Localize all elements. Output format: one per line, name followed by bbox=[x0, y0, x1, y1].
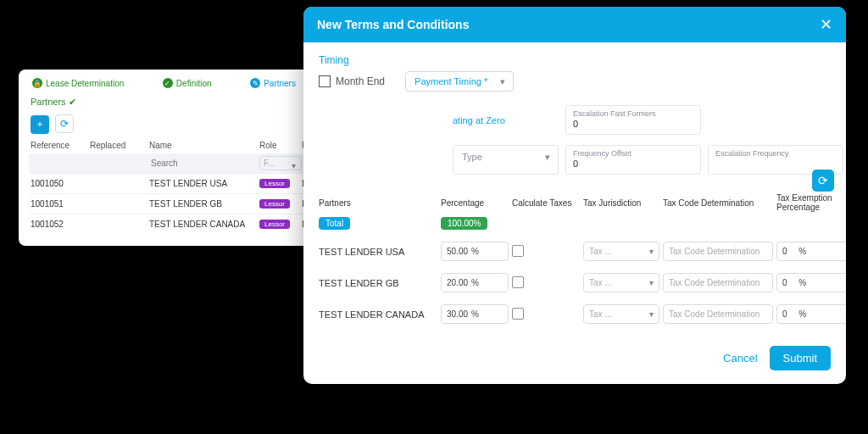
wiz-definition[interactable]: ✓Definition bbox=[163, 78, 212, 88]
dialog-header: New Terms and Conditions ✕ bbox=[303, 7, 846, 42]
tax-jurisdiction-select[interactable]: Tax ... bbox=[583, 242, 659, 261]
allocation-row: TEST LENDER GB 20.00% Tax ... Tax Code D… bbox=[319, 273, 831, 292]
tax-exemption-input[interactable]: 0 % bbox=[776, 304, 846, 324]
allocation-row: TEST LENDER CANADA 30.00% Tax ... Tax Co… bbox=[319, 304, 831, 324]
cell-name: TEST LENDER GB bbox=[149, 199, 259, 209]
calculate-taxes-checkbox[interactable] bbox=[512, 276, 524, 288]
wiz-label: Definition bbox=[176, 79, 212, 88]
frequency-offset-field[interactable]: Frequency Offset0 bbox=[565, 145, 701, 175]
close-icon[interactable]: ✕ bbox=[820, 15, 832, 34]
calculate-taxes-checkbox[interactable] bbox=[512, 245, 524, 257]
wiz-lease-determination[interactable]: 🔒Lease Determination bbox=[32, 78, 124, 88]
calculate-taxes-checkbox[interactable] bbox=[512, 308, 524, 320]
field-value: 0 bbox=[573, 119, 693, 129]
wiz-label: Lease Determination bbox=[46, 79, 124, 88]
allocation-table-header: Partners Percentage Calculate Taxes Tax … bbox=[319, 193, 831, 212]
partner-name: TEST LENDER USA bbox=[319, 247, 437, 257]
col-tax-exemption: Tax Exemption Percentage bbox=[776, 193, 846, 212]
total-pill: Total bbox=[319, 217, 350, 230]
cancel-button[interactable]: Cancel bbox=[723, 352, 757, 364]
wiz-label: Partners bbox=[264, 79, 296, 88]
escalation-fast-field[interactable]: Escalation Fast Formers0 bbox=[565, 105, 701, 135]
field-label: Escalation Fast Formers bbox=[573, 109, 693, 118]
month-end-label: Month End bbox=[336, 75, 385, 87]
col-partners: Partners bbox=[319, 198, 437, 208]
section-title: Partners bbox=[31, 97, 66, 107]
cell-name: TEST LENDER CANADA bbox=[149, 220, 259, 229]
cell-reference: 1001051 bbox=[31, 199, 90, 209]
tax-jurisdiction-select[interactable]: Tax ... bbox=[583, 304, 659, 324]
percentage-input[interactable]: 20.00% bbox=[441, 273, 509, 292]
check-icon: ✓ bbox=[163, 78, 173, 88]
cell-reference: 1001052 bbox=[31, 220, 90, 229]
add-button[interactable]: ＋ bbox=[31, 115, 49, 134]
payment-timing-select[interactable]: Payment Timing * bbox=[405, 71, 514, 92]
col-replaced: Replaced bbox=[90, 141, 149, 150]
role-filter[interactable]: F... bbox=[259, 156, 302, 170]
col-tax-code: Tax Code Determination bbox=[663, 198, 773, 208]
partner-name: TEST LENDER CANADA bbox=[319, 309, 437, 320]
type-select[interactable]: Type bbox=[453, 145, 559, 175]
refresh-button[interactable]: ⟳ bbox=[55, 114, 74, 133]
wiz-partners[interactable]: ✎Partners bbox=[250, 78, 296, 88]
submit-button[interactable]: Submit bbox=[770, 346, 831, 370]
role-badge: Lessor bbox=[259, 199, 290, 209]
col-percentage: Percentage bbox=[441, 198, 509, 208]
dialog-footer: Cancel Submit bbox=[303, 334, 846, 384]
col-tax-jurisdiction: Tax Jurisdiction bbox=[583, 198, 659, 208]
allocation-row: TEST LENDER USA 50.00% Tax ... Tax Code … bbox=[319, 242, 831, 261]
search-input[interactable] bbox=[149, 158, 259, 169]
cell-name: TEST LENDER USA bbox=[149, 179, 259, 188]
field-value: 0 bbox=[573, 159, 693, 169]
new-terms-dialog: New Terms and Conditions ✕ Timing Month … bbox=[303, 7, 846, 384]
partner-name: TEST LENDER GB bbox=[319, 278, 437, 288]
col-name: Name bbox=[149, 141, 259, 150]
field-label: Frequency Offset bbox=[573, 149, 693, 158]
role-badge: Lessor bbox=[259, 179, 290, 188]
tax-code-input[interactable]: Tax Code Determination bbox=[663, 273, 773, 292]
timing-label: Timing bbox=[319, 54, 831, 66]
col-role: Role bbox=[259, 141, 302, 150]
percentage-input[interactable]: 30.00% bbox=[441, 304, 509, 324]
col-reference: Reference bbox=[31, 141, 90, 150]
check-icon: ✔ bbox=[69, 97, 76, 107]
rotate-button[interactable]: ⟳ bbox=[812, 170, 834, 192]
field-label: Escalation Frequency bbox=[715, 149, 836, 158]
percentage-input[interactable]: 50.00% bbox=[441, 242, 509, 261]
lock-icon: 🔒 bbox=[32, 78, 42, 88]
tax-exemption-input[interactable]: 0 % bbox=[776, 273, 846, 292]
tax-jurisdiction-select[interactable]: Tax ... bbox=[583, 273, 659, 292]
month-end-checkbox[interactable]: Month End bbox=[319, 75, 385, 87]
cell-reference: 1001050 bbox=[31, 179, 90, 188]
ating-zero-fragment: ating at Zero bbox=[453, 115, 559, 125]
tax-code-input[interactable]: Tax Code Determination bbox=[663, 242, 773, 261]
total-percentage-pill: 100.00% bbox=[441, 217, 487, 230]
role-badge: Lessor bbox=[259, 220, 290, 229]
total-row: Total 100.00% bbox=[319, 217, 831, 230]
tax-code-input[interactable]: Tax Code Determination bbox=[663, 304, 773, 324]
dialog-title: New Terms and Conditions bbox=[317, 18, 469, 31]
checkbox-icon bbox=[319, 75, 331, 87]
col-calculate-taxes: Calculate Taxes bbox=[512, 198, 580, 208]
pencil-icon: ✎ bbox=[250, 78, 260, 88]
tax-exemption-input[interactable]: 0 % bbox=[776, 242, 846, 261]
